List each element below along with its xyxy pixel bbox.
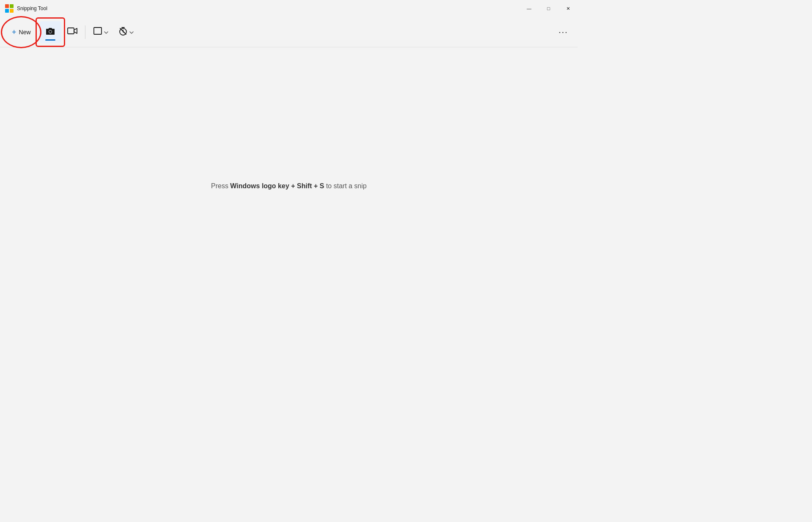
svg-rect-0 <box>5 4 9 8</box>
svg-point-4 <box>49 30 52 33</box>
svg-rect-1 <box>10 4 14 8</box>
maximize-button[interactable]: □ <box>539 2 558 15</box>
screenshot-mode-wrapper <box>39 21 61 43</box>
video-icon <box>67 27 77 37</box>
snip-shape-icon <box>93 27 102 37</box>
minimize-button[interactable]: — <box>519 2 539 15</box>
more-options-button[interactable]: ··· <box>554 23 573 41</box>
video-mode-button[interactable] <box>63 23 82 41</box>
svg-rect-3 <box>10 9 14 13</box>
window-controls: — □ ✕ <box>519 2 578 15</box>
toolbar: + New <box>0 17 578 47</box>
title-bar-left: Snipping Tool <box>5 4 47 13</box>
hint-bold: Windows logo key + Shift + S <box>230 182 324 190</box>
svg-rect-6 <box>94 27 102 34</box>
new-plus-icon: + <box>12 28 16 36</box>
delay-chevron <box>129 29 134 35</box>
app-window: Snipping Tool — □ ✕ + New <box>0 0 578 325</box>
svg-rect-5 <box>68 28 74 34</box>
main-content: Press Windows logo key + Shift + S to st… <box>0 47 578 325</box>
new-button-wrapper: + New <box>5 22 38 42</box>
snip-shape-chevron <box>104 29 108 35</box>
new-button-label: New <box>19 29 31 36</box>
delay-button[interactable] <box>114 23 138 41</box>
hint-part1: Press <box>211 182 230 190</box>
hint-part2: to start a snip <box>324 182 367 190</box>
camera-icon <box>46 27 55 37</box>
svg-rect-2 <box>5 9 9 13</box>
close-button[interactable]: ✕ <box>558 2 578 15</box>
delay-icon <box>118 27 128 37</box>
active-indicator <box>45 39 55 41</box>
title-bar: Snipping Tool — □ ✕ <box>0 0 578 17</box>
toolbar-divider-1 <box>85 25 85 39</box>
app-icon <box>5 4 14 13</box>
screenshot-mode-button[interactable] <box>39 21 61 43</box>
snip-shape-button[interactable] <box>89 23 112 41</box>
new-button[interactable]: + New <box>5 22 38 42</box>
hint-text: Press Windows logo key + Shift + S to st… <box>211 181 367 192</box>
app-title: Snipping Tool <box>17 5 47 11</box>
